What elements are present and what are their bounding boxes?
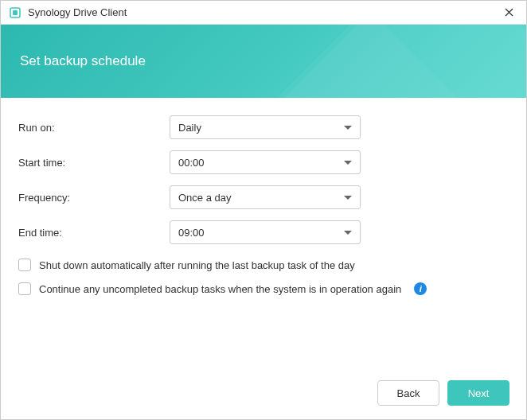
frequency-value: Once a day bbox=[178, 192, 344, 204]
frequency-select[interactable]: Once a day bbox=[170, 185, 361, 209]
run-on-row: Run on: Daily bbox=[18, 115, 509, 139]
run-on-value: Daily bbox=[178, 122, 344, 134]
svg-rect-1 bbox=[13, 10, 18, 15]
end-time-select[interactable]: 09:00 bbox=[170, 220, 361, 244]
chevron-down-icon bbox=[344, 161, 352, 165]
shutdown-checkbox[interactable] bbox=[18, 259, 31, 271]
run-on-select[interactable]: Daily bbox=[170, 115, 361, 139]
end-time-row: End time: 09:00 bbox=[18, 220, 509, 244]
continue-checkbox[interactable] bbox=[18, 282, 31, 295]
titlebar: Synology Drive Client bbox=[1, 1, 526, 25]
back-button[interactable]: Back bbox=[377, 380, 439, 406]
start-time-select[interactable]: 00:00 bbox=[170, 150, 361, 174]
start-time-row: Start time: 00:00 bbox=[18, 150, 509, 174]
continue-option-row: Continue any uncompleted backup tasks wh… bbox=[18, 282, 509, 295]
footer: Back Next bbox=[377, 380, 509, 406]
info-icon[interactable]: i bbox=[414, 282, 427, 295]
chevron-down-icon bbox=[344, 126, 352, 130]
content: Run on: Daily Start time: 00:00 Frequenc… bbox=[1, 98, 526, 295]
shutdown-label: Shut down automatically after running th… bbox=[39, 259, 355, 271]
close-icon[interactable] bbox=[499, 3, 518, 22]
start-time-label: Start time: bbox=[18, 157, 170, 169]
chevron-down-icon bbox=[344, 231, 352, 235]
frequency-label: Frequency: bbox=[18, 192, 170, 204]
header-banner: Set backup schedule bbox=[1, 25, 526, 98]
start-time-value: 00:00 bbox=[178, 157, 344, 169]
page-title: Set backup schedule bbox=[20, 53, 146, 69]
end-time-label: End time: bbox=[18, 227, 170, 239]
app-icon bbox=[9, 6, 21, 19]
chevron-down-icon bbox=[344, 196, 352, 200]
next-button[interactable]: Next bbox=[447, 380, 509, 406]
frequency-row: Frequency: Once a day bbox=[18, 185, 509, 209]
continue-label: Continue any uncompleted backup tasks wh… bbox=[39, 283, 401, 295]
run-on-label: Run on: bbox=[18, 122, 170, 134]
end-time-value: 09:00 bbox=[178, 227, 344, 239]
window-title: Synology Drive Client bbox=[28, 6, 499, 18]
shutdown-option-row: Shut down automatically after running th… bbox=[18, 259, 509, 271]
